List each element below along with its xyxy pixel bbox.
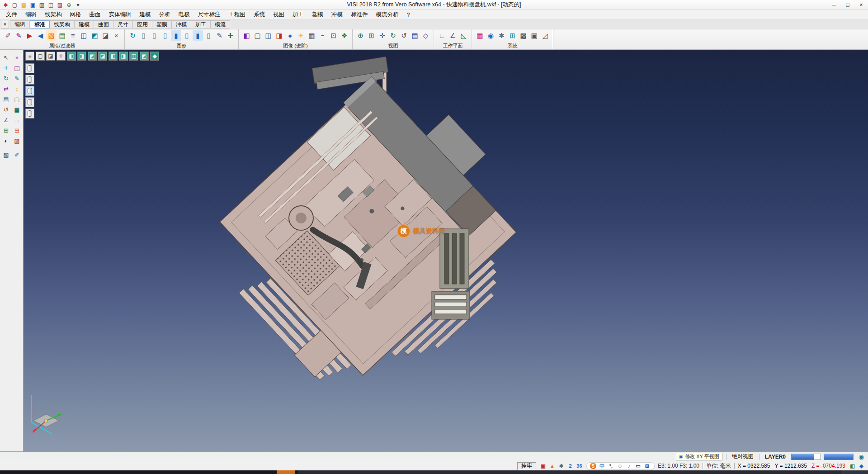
sphere-render-icon[interactable]: ● <box>285 30 295 41</box>
settings-icon[interactable]: ✱ <box>496 30 507 41</box>
tab[interactable]: 曲面 <box>94 20 113 28</box>
view-mode-tip[interactable]: ◉ 修改 XY 平视图 <box>676 453 722 460</box>
group-icon[interactable]: ⊞ <box>1 126 11 135</box>
tab[interactable]: 建模 <box>75 20 94 28</box>
layer-cylinder-icon[interactable]: ▯ <box>182 30 192 41</box>
color-table-icon[interactable]: ▦ <box>475 30 485 41</box>
tab[interactable]: 应用 <box>133 20 152 28</box>
menu-item[interactable]: 分析 <box>155 10 175 19</box>
layer-filter-icon[interactable]: ▤ <box>57 30 67 41</box>
zoom-window-icon[interactable]: ⊞ <box>366 30 377 41</box>
layer-cylinder-icon[interactable] <box>25 109 34 118</box>
palette-icon[interactable]: ▨ <box>12 136 22 146</box>
open-file-icon[interactable]: ▤ <box>20 1 28 9</box>
menu-item[interactable]: ? <box>403 10 414 19</box>
menu-item[interactable]: 电极 <box>175 10 194 19</box>
hidden-line-icon[interactable]: ◫ <box>263 30 274 41</box>
dimension-icon[interactable]: ↔ <box>12 115 22 125</box>
axonometric-icon[interactable]: ◇ <box>420 30 431 41</box>
tab[interactable]: 加工 <box>191 20 211 28</box>
modify-attributes-icon[interactable]: ✐ <box>3 30 13 41</box>
previous-view-icon[interactable]: ↺ <box>399 30 409 41</box>
front-view-cube-icon[interactable]: ◧ <box>67 52 76 61</box>
reset-filter-icon[interactable]: × <box>111 30 122 41</box>
close-button[interactable]: × <box>854 0 868 9</box>
ime-mic-icon[interactable]: ♪ <box>625 462 633 469</box>
cad-model-3d-view[interactable] <box>24 50 868 451</box>
layer-cylinder-icon[interactable]: ▯ <box>149 30 160 41</box>
rotate-view-icon[interactable]: ↻ <box>388 30 398 41</box>
render-options-icon[interactable]: ❖ <box>339 30 349 41</box>
rotate-icon[interactable]: ↻ <box>1 74 11 83</box>
menu-item[interactable]: 网格 <box>66 10 85 19</box>
back-view-cube-icon[interactable]: ◨ <box>77 52 86 61</box>
show-entities-icon[interactable]: ◪ <box>100 30 111 41</box>
tray-chat-icon[interactable]: 2 <box>566 462 574 469</box>
top-view-cube-icon[interactable]: ◩ <box>88 52 97 61</box>
measure-icon[interactable]: ∠ <box>1 115 11 125</box>
viewport[interactable]: ≡▢◪✛◧◨◩◪◧◨◫◩◆ 模 模具资料网 <box>24 50 868 451</box>
background-icon[interactable]: ◓ <box>317 30 328 41</box>
sheet-icon[interactable]: ▢ <box>12 95 22 104</box>
menu-item[interactable]: 编辑 <box>21 10 41 19</box>
taskbar-app-indicator[interactable] <box>277 470 295 474</box>
delete-icon[interactable]: × <box>12 53 22 62</box>
wireframe-cube-icon[interactable]: ▢ <box>36 52 45 61</box>
lock-button[interactable]: 拴牢 <box>517 462 536 470</box>
hatch-icon[interactable]: ▧ <box>1 150 11 160</box>
layer-edit-icon[interactable]: ✎ <box>214 30 225 41</box>
sogou-logo-icon[interactable]: S <box>590 463 596 469</box>
ungroup-icon[interactable]: ⊟ <box>12 126 22 135</box>
menu-item[interactable]: 建模 <box>136 10 155 19</box>
save-icon[interactable]: ▣ <box>29 1 37 9</box>
workplane-align-icon[interactable]: ∠ <box>448 30 458 41</box>
named-views-icon[interactable]: ▤ <box>410 30 420 41</box>
color-filter-icon[interactable]: ▧ <box>46 30 57 41</box>
linetype-filter-icon[interactable]: ≡ <box>68 30 78 41</box>
pdf-export-icon[interactable]: ▨ <box>56 1 64 9</box>
maximize-button[interactable]: □ <box>841 0 854 9</box>
menu-item[interactable]: 模流分析 <box>372 10 403 19</box>
select-icon[interactable]: ↖ <box>1 53 11 62</box>
current-layer-label[interactable]: LAYER0 <box>763 454 788 460</box>
ime-emoji-icon[interactable]: ☺ <box>616 462 624 469</box>
move-icon[interactable]: ✛ <box>1 63 11 73</box>
workplane-xy-icon[interactable]: ∟ <box>437 30 447 41</box>
tab[interactable]: 模流 <box>211 20 230 28</box>
light-icon[interactable]: ☀ <box>296 30 306 41</box>
layer-cylinder-icon[interactable]: ▯ <box>138 30 149 41</box>
slope-analysis-icon[interactable]: ◿ <box>540 30 550 41</box>
ime-keyboard-icon[interactable]: ▭ <box>634 462 642 469</box>
menu-item[interactable]: 工程图 <box>225 10 250 19</box>
new-doc-icon[interactable]: ▢ <box>11 1 19 9</box>
layer-cylinder-icon[interactable]: ▯ <box>160 30 170 41</box>
menu-item[interactable]: 曲面 <box>85 10 105 19</box>
zoom-fit-icon[interactable]: ⊕ <box>355 30 366 41</box>
edit-icon[interactable]: ✎ <box>12 74 22 83</box>
stack-icon[interactable]: ▤ <box>1 95 11 104</box>
minimize-button[interactable]: ─ <box>827 0 841 9</box>
right-view-cube-icon[interactable]: ◨ <box>119 52 128 61</box>
shaded-cube-icon[interactable]: ◪ <box>46 52 55 61</box>
layer-cylinder-icon[interactable] <box>25 63 34 73</box>
taskbar-clock-region[interactable] <box>841 470 868 474</box>
ime-toolbar[interactable]: S 中°,☺♪▭⊞ <box>586 462 655 470</box>
print-preview-icon[interactable]: ◫ <box>47 1 55 9</box>
windows-taskbar[interactable] <box>0 470 868 474</box>
mirror-icon[interactable]: ⇄ <box>1 84 11 94</box>
iso-view-cube-icon[interactable]: ◫ <box>129 52 138 61</box>
menu-item[interactable]: 尺寸标注 <box>194 10 225 19</box>
filter-back-icon[interactable]: ◀ <box>35 30 46 41</box>
scale-icon[interactable]: ↕ <box>12 84 22 94</box>
iso-back-view-cube-icon[interactable]: ◩ <box>140 52 149 61</box>
tab[interactable]: 标准 <box>30 20 50 28</box>
print-icon[interactable]: ▥ <box>38 1 46 9</box>
menu-item[interactable]: 文件 <box>2 10 21 19</box>
layer-cylinder-icon[interactable] <box>25 97 34 107</box>
menu-item[interactable]: 塑模 <box>308 10 327 19</box>
filter-forward-icon[interactable]: ▶ <box>24 30 35 41</box>
axes-cube-icon[interactable]: ✛ <box>57 52 66 61</box>
menu-item[interactable]: 实体编辑 <box>105 10 136 19</box>
screen-icon[interactable]: ▣ <box>529 30 539 41</box>
material-icon[interactable]: ▦ <box>307 30 317 41</box>
